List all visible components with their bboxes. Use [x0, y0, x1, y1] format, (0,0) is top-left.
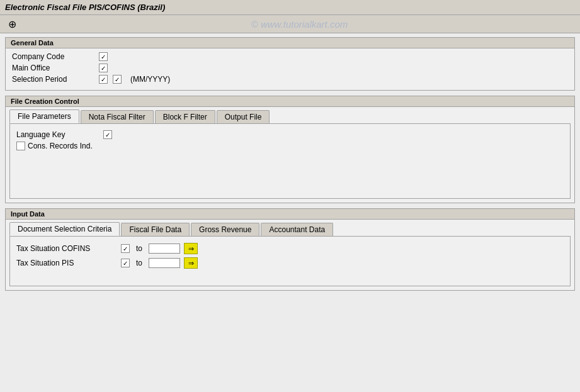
selection-period-checkbox1[interactable]: ✓ — [99, 75, 108, 84]
cons-records-checkbox[interactable] — [16, 142, 25, 150]
main-office-checkbox[interactable]: ✓ — [99, 64, 108, 72]
general-data-body: Company Code ✓ Main Office ✓ Selection P… — [6, 48, 574, 90]
tax-pis-label: Tax Situation PIS — [16, 259, 117, 267]
main-content: General Data Company Code ✓ Main Office … — [0, 33, 580, 300]
clock-icon[interactable]: ⊕ — [5, 17, 19, 31]
tax-pis-row: Tax Situation PIS ✓ to ⇒ — [16, 257, 564, 269]
input-data-section: Input Data Document Selection Criteria F… — [5, 208, 575, 291]
pis-to-label: to — [136, 259, 142, 267]
tax-pis-checkbox[interactable]: ✓ — [121, 259, 130, 267]
file-parameters-content: Language Key ✓ Cons. Records Ind. — [9, 123, 571, 199]
language-key-row: Language Key ✓ — [16, 130, 564, 139]
tax-cofins-checkbox[interactable]: ✓ — [121, 244, 130, 253]
tab-file-parameters[interactable]: File Parameters — [9, 109, 79, 123]
general-data-section: General Data Company Code ✓ Main Office … — [5, 37, 575, 91]
toolbar: ⊕ © www.tutorialkart.com — [0, 15, 580, 33]
cofins-arrow-button[interactable]: ⇒ — [184, 243, 198, 254]
pis-arrow-icon: ⇒ — [188, 259, 194, 267]
cofins-to-input[interactable] — [149, 244, 180, 254]
tax-cofins-row: Tax Situation COFINS ✓ to ⇒ — [16, 243, 564, 254]
title-bar: Electronic Fiscal File PIS/COFINS (Brazi… — [0, 0, 580, 15]
period-hint: (MM/YYYY) — [130, 75, 170, 84]
tax-cofins-label: Tax Situation COFINS — [16, 244, 117, 253]
language-key-checkbox[interactable]: ✓ — [103, 130, 112, 139]
main-office-label: Main Office — [12, 64, 94, 72]
tab-gross-revenue[interactable]: Gross Revenue — [191, 223, 259, 236]
company-code-checkbox[interactable]: ✓ — [99, 52, 108, 61]
main-office-row: Main Office ✓ — [12, 64, 568, 72]
company-code-label: Company Code — [12, 52, 94, 61]
tab-fiscal-file-data[interactable]: Fiscal File Data — [121, 223, 190, 236]
file-creation-control-title: File Creation Control — [6, 96, 574, 107]
cons-records-label: Cons. Records Ind. — [28, 142, 93, 150]
tab-block-f-filter[interactable]: Block F Filter — [155, 110, 215, 123]
selection-period-checkbox2[interactable]: ✓ — [113, 75, 122, 84]
tab-accountant-data[interactable]: Accountant Data — [261, 223, 333, 236]
general-data-title: General Data — [6, 38, 574, 48]
selection-period-label: Selection Period — [12, 75, 94, 84]
watermark: © www.tutorialkart.com — [24, 19, 575, 30]
pis-arrow-button[interactable]: ⇒ — [184, 257, 198, 269]
pis-to-input[interactable] — [149, 258, 180, 268]
tab-output-file[interactable]: Output File — [217, 110, 270, 123]
input-data-title: Input Data — [6, 209, 574, 220]
tab-nota-fiscal-filter[interactable]: Nota Fiscal Filter — [81, 110, 154, 123]
cons-records-row: Cons. Records Ind. — [16, 142, 564, 150]
cofins-to-label: to — [136, 244, 142, 253]
selection-period-row: Selection Period ✓ ✓ (MM/YYYY) — [12, 75, 568, 84]
language-key-label: Language Key — [16, 130, 98, 139]
file-creation-control-section: File Creation Control File Parameters No… — [5, 96, 575, 203]
company-code-row: Company Code ✓ — [12, 52, 568, 61]
app-title: Electronic Fiscal File PIS/COFINS (Brazi… — [5, 3, 165, 12]
tab-document-selection-criteria[interactable]: Document Selection Criteria — [9, 222, 120, 236]
input-data-tab-strip: Document Selection Criteria Fiscal File … — [6, 220, 574, 236]
cofins-arrow-icon: ⇒ — [188, 245, 194, 253]
doc-selection-content: Tax Situation COFINS ✓ to ⇒ Tax Situatio… — [9, 236, 571, 286]
file-creation-tab-strip: File Parameters Nota Fiscal Filter Block… — [6, 107, 574, 123]
